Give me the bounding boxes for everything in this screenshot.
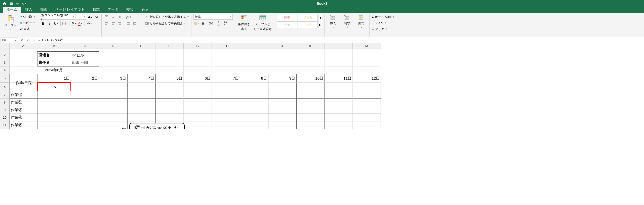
cell-M4[interactable] [353, 66, 381, 74]
row-header-4[interactable]: 4 [0, 66, 10, 74]
row-header-1[interactable] [0, 49, 10, 51]
align-center-button[interactable] [110, 21, 116, 26]
cell-A2[interactable] [10, 51, 37, 59]
cell-K6[interactable] [296, 83, 325, 91]
cell-H3[interactable] [212, 59, 240, 66]
cell-J6[interactable] [268, 83, 296, 91]
cell-H9[interactable] [212, 106, 240, 114]
delete-cells-button[interactable]: 削除▾ [341, 14, 353, 29]
cell-E2[interactable] [127, 51, 155, 59]
cell-M8[interactable] [353, 99, 381, 106]
autosum-button[interactable]: オート SUM▾ [372, 14, 395, 20]
cell-K4[interactable] [296, 66, 325, 74]
row-header-5[interactable]: 5 [0, 74, 10, 83]
cell-A3[interactable] [10, 59, 37, 66]
cell-G5[interactable]: 6日 [184, 74, 212, 83]
cell-D5[interactable]: 3日 [99, 74, 127, 83]
italic-button[interactable]: I [47, 21, 53, 26]
confirm-formula-button[interactable]: ✓ [25, 38, 31, 43]
cell-D8[interactable] [99, 99, 127, 106]
cell-F1[interactable] [155, 49, 184, 51]
cell-F2[interactable] [155, 51, 184, 59]
cell-J5[interactable]: 9日 [268, 74, 296, 83]
col-header-H[interactable]: H [212, 43, 240, 49]
cell-L6[interactable] [325, 83, 353, 91]
cell-H5[interactable]: 7日 [212, 74, 240, 83]
cell-C2[interactable]: ○○ビル [71, 51, 99, 59]
cell-L10[interactable] [325, 114, 353, 121]
style-neutral[interactable]: どちら [298, 14, 318, 21]
cell-H8[interactable] [212, 99, 240, 106]
cell-C9[interactable] [71, 106, 99, 114]
cell-D10[interactable] [99, 114, 127, 121]
fill-color-button[interactable]: ▾ [71, 21, 77, 26]
cell-K7[interactable] [296, 91, 325, 99]
cell-K9[interactable] [296, 106, 325, 114]
cell-C8[interactable] [71, 99, 99, 106]
row-header-11[interactable]: 11 [0, 121, 10, 129]
cell-B1[interactable] [37, 49, 71, 51]
cell-B9[interactable] [37, 106, 71, 114]
clear-button[interactable]: クリア▾ [372, 26, 395, 32]
gallery-prev-button[interactable]: ◀ [318, 14, 322, 21]
cell-C6[interactable] [71, 83, 99, 91]
cell-I11[interactable] [240, 121, 268, 129]
cell-F9[interactable] [155, 106, 184, 114]
cell-F5[interactable]: 5日 [155, 74, 184, 83]
cell-E6[interactable] [127, 83, 155, 91]
cell-D1[interactable] [99, 49, 127, 51]
cell-B3[interactable]: 責任者 [37, 59, 71, 66]
merge-center-button[interactable]: セルを結合して中央揃え▾ [144, 21, 189, 26]
cell-B6[interactable]: 木 [37, 83, 71, 91]
row-header-8[interactable]: 8 [0, 99, 10, 106]
fill-button[interactable]: フィル▾ [372, 20, 395, 26]
col-header-D[interactable]: D [99, 43, 127, 49]
gallery-next-button[interactable]: ▶ [318, 21, 322, 28]
cell-G1[interactable] [184, 49, 212, 51]
cell-D9[interactable] [99, 106, 127, 114]
cell-F4[interactable] [155, 66, 184, 74]
cell-E8[interactable] [127, 99, 155, 106]
cell-I9[interactable] [240, 106, 268, 114]
cell-I7[interactable] [240, 91, 268, 99]
cell-B10[interactable] [37, 114, 71, 121]
cell-M11[interactable] [353, 121, 381, 129]
cell-M9[interactable] [353, 106, 381, 114]
row-header-2[interactable]: 2 [0, 51, 10, 59]
qat-customize-icon[interactable]: ⋮ [29, 2, 33, 6]
cell-L2[interactable] [325, 51, 353, 59]
cell-E7[interactable] [127, 91, 155, 99]
tab-insert[interactable]: 挿入 [22, 6, 36, 13]
cell-B2[interactable]: 現場名 [37, 51, 71, 59]
cell-D3[interactable] [99, 59, 127, 66]
cell-D2[interactable] [99, 51, 127, 59]
redo-icon[interactable]: ▾ [22, 2, 26, 6]
cell-H6[interactable] [212, 83, 240, 91]
borders-button[interactable]: ▾ [62, 21, 68, 26]
style-normal[interactable]: 標準 [277, 14, 297, 21]
cell-M5[interactable]: 12日 [353, 74, 381, 83]
format-as-table-button[interactable]: テーブルと して書式設定 [253, 14, 273, 32]
cell-F6[interactable] [155, 83, 184, 91]
cell-B5[interactable]: 1日 [37, 74, 71, 83]
row-header-9[interactable]: 9 [0, 106, 10, 114]
cell-L3[interactable] [325, 59, 353, 66]
cell-C3[interactable]: 山田 一郎 [71, 59, 99, 66]
fx-button[interactable]: fx [31, 38, 37, 43]
cell-K5[interactable]: 10日 [296, 74, 325, 83]
cell-G7[interactable] [184, 91, 212, 99]
save-icon[interactable] [9, 2, 13, 6]
cell-E5[interactable]: 4日 [127, 74, 155, 83]
cell-C7[interactable] [71, 91, 99, 99]
cell-J8[interactable] [268, 99, 296, 106]
cell-M10[interactable] [353, 114, 381, 121]
cell-D6[interactable] [99, 83, 127, 91]
col-header-F[interactable]: F [155, 43, 184, 49]
style-link[interactable]: リンク [298, 21, 318, 28]
insert-cells-button[interactable]: 挿入▾ [327, 14, 339, 29]
cell-E4[interactable] [127, 66, 155, 74]
tab-review[interactable]: 校閲 [123, 6, 137, 13]
cell-J9[interactable] [268, 106, 296, 114]
cell-H4[interactable] [212, 66, 240, 74]
cell-J3[interactable] [268, 59, 296, 66]
